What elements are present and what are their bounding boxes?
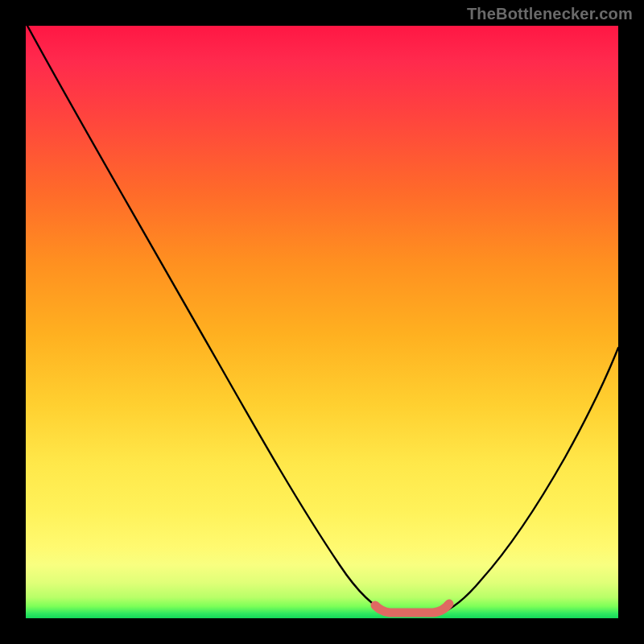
chart-frame: TheBottleneсker.com	[0, 0, 644, 644]
curve-layer	[26, 26, 618, 618]
watermark-text: TheBottleneсker.com	[467, 5, 633, 23]
bottleneck-curve	[27, 26, 618, 614]
optimal-zone-marker	[375, 604, 449, 613]
plot-area	[26, 26, 618, 618]
